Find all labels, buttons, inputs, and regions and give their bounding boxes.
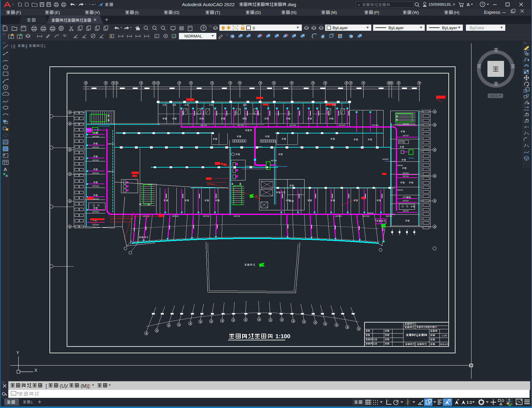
svg-text:ByLayer: ByLayer xyxy=(388,26,404,30)
svg-text:Autodesk AutoCAD 2022: Autodesk AutoCAD 2022 xyxy=(182,2,234,7)
svg-text:2207160: 2207160 xyxy=(200,124,207,126)
svg-text:1:100: 1:100 xyxy=(275,333,290,339)
svg-text:(O): (O) xyxy=(173,10,179,15)
svg-text:2207160: 2207160 xyxy=(339,124,345,126)
svg-text:ByLayer: ByLayer xyxy=(442,26,457,30)
svg-text:A: A xyxy=(4,167,7,172)
svg-text:1207120: 1207120 xyxy=(92,185,99,187)
svg-text:(H): (H) xyxy=(454,10,459,15)
svg-text:2207160: 2207160 xyxy=(290,124,296,126)
svg-text:.dwg: .dwg xyxy=(287,2,296,7)
svg-text:X: X xyxy=(34,368,37,373)
svg-text:1807160: 1807160 xyxy=(234,215,240,217)
svg-text:(F): (F) xyxy=(16,10,21,15)
svg-text:1207120: 1207120 xyxy=(92,211,99,213)
svg-text:(M): (M) xyxy=(331,10,337,15)
svg-text:2007160: 2007160 xyxy=(363,215,369,217)
svg-text:Y: Y xyxy=(16,350,19,355)
svg-text:ByColor: ByColor xyxy=(470,26,485,30)
svg-text:?: ? xyxy=(482,2,484,7)
svg-text:Express: Express xyxy=(484,10,500,15)
svg-text:[-][: [-][ xyxy=(11,44,16,48)
svg-text:1:1: 1:1 xyxy=(467,400,472,405)
svg-text:NORMAL: NORMAL xyxy=(184,34,202,38)
svg-text:(U)/: (U)/ xyxy=(60,383,68,389)
svg-text:(N): (N) xyxy=(291,10,297,15)
svg-text:(D): (D) xyxy=(255,10,261,15)
svg-text:2007160: 2007160 xyxy=(203,215,209,217)
svg-text:320x250 AHXXPA 2x340x4000XXX: 320x250 AHXXPA 2x340x4000XXX xyxy=(110,218,133,220)
svg-text:(V): (V) xyxy=(94,10,100,15)
svg-text:*: * xyxy=(109,383,111,389)
svg-text:(E): (E) xyxy=(54,10,60,15)
svg-text:2507200: 2507200 xyxy=(172,215,179,217)
svg-text:5007200: 5007200 xyxy=(256,146,262,148)
svg-text:1207120: 1207120 xyxy=(403,200,409,202)
svg-text:2006.8.25: 2006.8.25 xyxy=(440,343,449,345)
svg-text:WCS: WCS xyxy=(490,94,498,98)
svg-text:2207160: 2207160 xyxy=(372,124,378,126)
svg-text:0: 0 xyxy=(253,26,255,30)
svg-text:4007200: 4007200 xyxy=(271,160,277,161)
svg-text:x: x xyxy=(66,34,67,36)
svg-text:1207120: 1207120 xyxy=(403,135,409,137)
svg-text:1207120: 1207120 xyxy=(92,136,99,137)
svg-text:N5-4 AH-500/5P1: N5-4 AH-500/5P1 xyxy=(98,125,110,127)
svg-text:1: 1 xyxy=(31,400,33,405)
svg-text:1207120: 1207120 xyxy=(92,198,99,200)
svg-text:1207120: 1207120 xyxy=(403,172,409,174)
svg-text:A: A xyxy=(467,2,470,7)
svg-text:(P): (P) xyxy=(374,10,379,15)
svg-text:AH-Mlongrear: AH-Mlongrear xyxy=(276,165,287,167)
svg-text:?: ? xyxy=(202,26,205,30)
svg-text:(T): (T) xyxy=(215,10,220,15)
svg-text:1207120: 1207120 xyxy=(403,196,409,198)
svg-text:1207120: 1207120 xyxy=(91,222,97,224)
svg-text:][: ][ xyxy=(26,44,28,48)
svg-text:1807160: 1807160 xyxy=(335,215,341,217)
svg-text:MDV: MDV xyxy=(432,326,437,328)
svg-text:6307200: 6307200 xyxy=(397,165,403,166)
svg-text:1207120: 1207120 xyxy=(92,159,99,161)
svg-text:4007200: 4007200 xyxy=(368,212,374,214)
svg-text:ByLayer: ByLayer xyxy=(333,26,348,30)
svg-text:>_: >_ xyxy=(12,392,15,395)
svg-text:1207120: 1207120 xyxy=(403,175,409,177)
svg-text:[: [ xyxy=(46,383,47,389)
svg-text:1: 1 xyxy=(156,35,157,38)
svg-text:1207120: 1207120 xyxy=(92,224,99,226)
svg-text:1207120: 1207120 xyxy=(403,123,409,125)
svg-text:XX 7 XX XXXXXX XXXXX 120: XX 7 XX XXXXXX XXXXX 120 xyxy=(110,221,130,223)
svg-text:1207120: 1207120 xyxy=(92,172,99,174)
svg-text:1207120: 1207120 xyxy=(403,210,409,212)
svg-text:800x320: 800x320 xyxy=(409,157,414,159)
svg-text:1207120: 1207120 xyxy=(92,146,99,148)
svg-text:]: ] xyxy=(44,44,45,48)
svg-text:▸: ▸ xyxy=(358,3,360,6)
svg-text:(W): (W) xyxy=(412,10,419,15)
svg-text:1:100: 1:100 xyxy=(442,335,447,337)
svg-text:XKXP200: XKXP200 xyxy=(382,159,388,160)
svg-text:2207160: 2207160 xyxy=(237,124,244,126)
svg-text:(M)]: *: (M)]: * xyxy=(81,383,94,389)
svg-text:1505999135...: 1505999135... xyxy=(428,2,454,7)
svg-text:6007200: 6007200 xyxy=(397,189,403,191)
svg-text:(I): (I) xyxy=(135,10,139,15)
